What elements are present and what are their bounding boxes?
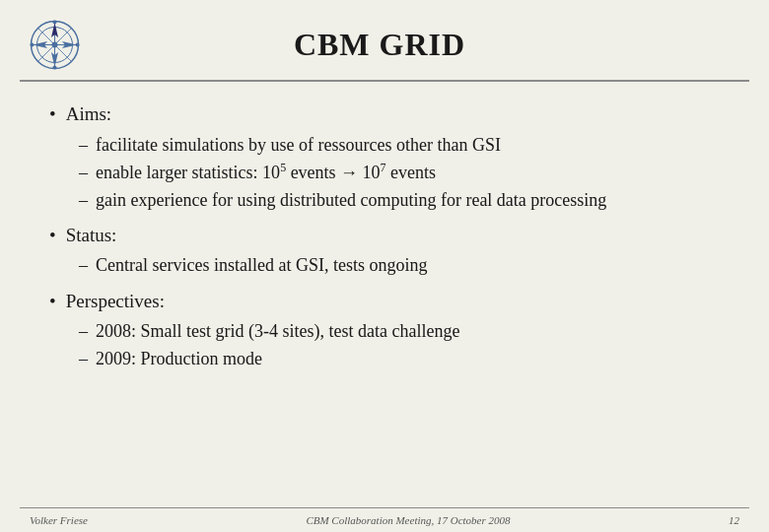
aims-sub-text-1: facilitate simulations by use of ressour… — [96, 132, 501, 158]
sub-dash-2: – — [79, 160, 88, 185]
svg-point-14 — [75, 43, 79, 47]
bullet-dot-status: • — [49, 223, 56, 249]
status-sub-text-1: Central services installed at GSI, tests… — [96, 252, 427, 278]
svg-point-13 — [30, 43, 34, 47]
perspectives-label: Perspectives: — [66, 289, 165, 315]
svg-point-12 — [52, 66, 56, 70]
aims-sub-text-2: enable larger statistics: 105 events → 1… — [96, 160, 436, 185]
perspectives-sub-2: – 2009: Production mode — [79, 346, 720, 371]
aims-sub-text-3: gain experience for using distributed co… — [96, 187, 606, 213]
sub-dash-1: – — [79, 132, 88, 158]
sub-dash-4: – — [79, 252, 88, 278]
perspectives-section: • Perspectives: – 2008: Small test grid … — [49, 289, 720, 372]
aims-sub-3: – gain experience for using distributed … — [79, 187, 720, 213]
status-section: • Status: – Central services installed a… — [49, 223, 720, 279]
aims-label: Aims: — [66, 101, 111, 128]
bullet-dot-perspectives: • — [49, 289, 56, 315]
perspectives-sub-1: – 2008: Small test grid (3-4 sites), tes… — [79, 318, 720, 344]
svg-point-11 — [52, 21, 56, 25]
status-sub-bullets: – Central services installed at GSI, tes… — [49, 252, 720, 278]
svg-point-10 — [51, 42, 57, 48]
aims-bullet: • Aims: — [49, 101, 720, 128]
bullet-dot-aims: • — [49, 101, 56, 128]
sub-dash-6: – — [79, 346, 88, 371]
status-bullet: • Status: — [49, 223, 720, 249]
footer-page-number: 12 — [729, 514, 739, 526]
header: CBM GRID — [0, 0, 769, 80]
main-content: • Aims: – facilitate simulations by use … — [0, 82, 769, 507]
perspectives-sub-text-2: 2009: Production mode — [96, 346, 262, 371]
perspectives-sub-text-1: 2008: Small test grid (3-4 sites), test … — [96, 318, 459, 344]
aims-sub-bullets: – facilitate simulations by use of resso… — [49, 132, 720, 213]
footer-author: Volker Friese — [30, 514, 88, 526]
footer: Volker Friese CBM Collaboration Meeting,… — [20, 507, 749, 532]
sub-dash-5: – — [79, 318, 88, 344]
compass-logo-icon — [28, 18, 82, 72]
logo-area — [20, 18, 89, 72]
slide-title: CBM GRID — [294, 27, 465, 62]
sub-dash-3: – — [79, 187, 88, 213]
slide: CBM GRID • Aims: – facilitate simulation… — [0, 0, 769, 532]
aims-sub-1: – facilitate simulations by use of resso… — [79, 132, 720, 158]
footer-event: CBM Collaboration Meeting, 17 October 20… — [306, 514, 510, 526]
title-area: CBM GRID — [89, 27, 739, 63]
perspectives-sub-bullets: – 2008: Small test grid (3-4 sites), tes… — [49, 318, 720, 371]
aims-sub-2: – enable larger statistics: 105 events →… — [79, 160, 720, 185]
status-sub-1: – Central services installed at GSI, tes… — [79, 252, 720, 278]
status-label: Status: — [66, 223, 117, 249]
perspectives-bullet: • Perspectives: — [49, 289, 720, 315]
aims-section: • Aims: – facilitate simulations by use … — [49, 101, 720, 213]
